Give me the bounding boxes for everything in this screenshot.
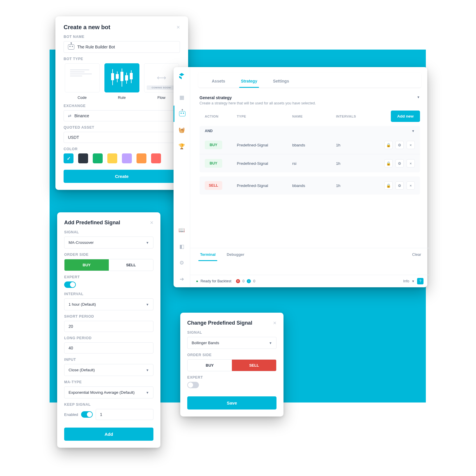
tab-strategy[interactable]: Strategy bbox=[239, 75, 259, 88]
matype-select[interactable]: Exponential Moving Average (Default)▼ bbox=[64, 386, 153, 398]
lock-icon[interactable]: 🔒 bbox=[384, 141, 393, 149]
save-button[interactable]: Save bbox=[187, 396, 276, 410]
interval-select[interactable]: 1 hour (Default)▼ bbox=[64, 298, 153, 310]
chevron-down-icon: ▼ bbox=[146, 303, 149, 306]
signal-select[interactable]: MA-Crossover▼ bbox=[64, 237, 153, 249]
clear-button[interactable]: Clear bbox=[412, 252, 421, 257]
error-badge-icon: ✕ bbox=[236, 279, 240, 283]
sidebar-dashboard-icon[interactable]: ▦ bbox=[174, 89, 190, 106]
delete-icon[interactable]: × bbox=[407, 141, 415, 149]
color-swatch[interactable] bbox=[93, 153, 103, 163]
and-group: AND ▼ BUY Predefined-Signal bbands 1h 🔒 … bbox=[200, 126, 420, 172]
col-type: TYPE bbox=[237, 115, 292, 118]
order-side-buy[interactable]: BUY bbox=[188, 360, 232, 371]
row-interval: 1h bbox=[336, 161, 371, 166]
add-new-button[interactable]: Add new bbox=[391, 111, 420, 122]
signal-select[interactable]: Bollinger Bands▼ bbox=[187, 337, 276, 349]
tab-debugger[interactable]: Debugger bbox=[225, 248, 246, 261]
row-type: Predefined-Signal bbox=[237, 183, 292, 188]
bot-type-label: BOT TYPE bbox=[64, 57, 180, 61]
keep-signal-value-input[interactable]: 1 bbox=[96, 409, 153, 420]
check-icon: ● bbox=[196, 279, 198, 283]
interval-value: 1 hour (Default) bbox=[69, 302, 96, 307]
long-period-value: 40 bbox=[69, 346, 73, 350]
sidebar-trophy-icon[interactable]: 🏆 bbox=[174, 138, 190, 155]
create-bot-title: Create a new bot bbox=[64, 24, 110, 31]
color-swatch[interactable] bbox=[151, 153, 161, 163]
sidebar-docs-icon[interactable]: 📖 bbox=[174, 222, 190, 238]
order-side-sell[interactable]: SELL bbox=[109, 259, 153, 271]
delete-icon[interactable]: × bbox=[407, 181, 415, 190]
svg-rect-7 bbox=[125, 76, 128, 80]
input-value: Close (Default) bbox=[69, 368, 95, 372]
short-period-input[interactable]: 20 bbox=[64, 321, 153, 332]
signal-value: MA-Crossover bbox=[69, 240, 94, 245]
tab-assets[interactable]: Assets bbox=[210, 75, 227, 88]
coming-soon-badge: COMING SOON! bbox=[147, 85, 176, 90]
col-intervals: INTERVALS bbox=[336, 115, 371, 118]
terminal-bar: Terminal Debugger Clear bbox=[190, 248, 429, 261]
info-label[interactable]: Info bbox=[403, 279, 409, 283]
tab-settings[interactable]: Settings bbox=[271, 75, 291, 88]
close-icon[interactable]: × bbox=[273, 320, 276, 326]
bot-type-rule[interactable] bbox=[104, 63, 139, 92]
tab-terminal[interactable]: Terminal bbox=[198, 248, 217, 261]
quoted-asset-input[interactable]: USDT bbox=[64, 132, 180, 143]
action-badge-sell: SELL bbox=[205, 181, 222, 190]
sidebar-settings-icon[interactable]: ⚙ bbox=[174, 255, 190, 271]
color-swatch[interactable] bbox=[107, 153, 117, 163]
close-icon[interactable]: × bbox=[176, 24, 180, 31]
color-swatch[interactable] bbox=[122, 153, 132, 163]
status-text: Ready for Backtest bbox=[201, 279, 232, 283]
expert-toggle[interactable] bbox=[64, 281, 76, 288]
gear-icon[interactable]: ⚙ bbox=[396, 181, 404, 190]
input-select[interactable]: Close (Default)▼ bbox=[64, 364, 153, 376]
chevron-down-icon: ▼ bbox=[146, 368, 149, 372]
row-type: Predefined-Signal bbox=[237, 161, 292, 166]
col-action: ACTION bbox=[205, 115, 237, 118]
lock-icon[interactable]: 🔒 bbox=[384, 181, 393, 190]
row-name: rsi bbox=[292, 161, 336, 166]
chevron-down-icon[interactable]: ▼ bbox=[412, 129, 415, 133]
sidebar-collapse-icon[interactable]: ➔ bbox=[174, 271, 190, 287]
expert-toggle[interactable] bbox=[187, 382, 199, 388]
color-label: COLOR bbox=[64, 147, 180, 151]
help-icon[interactable]: ? bbox=[417, 278, 424, 284]
bot-type-code[interactable] bbox=[65, 63, 100, 92]
keep-signal-toggle[interactable] bbox=[81, 411, 93, 418]
chevron-down-icon[interactable]: ▼ bbox=[417, 95, 420, 99]
sidebar-bots-icon[interactable] bbox=[174, 106, 190, 122]
enabled-label: Enabled bbox=[64, 412, 78, 417]
color-swatch[interactable] bbox=[136, 153, 146, 163]
bot-name-input[interactable]: The Rule Builder Bot bbox=[64, 41, 180, 53]
order-side-sell[interactable]: SELL bbox=[232, 360, 276, 371]
exchange-label: EXCHANGE bbox=[64, 104, 180, 108]
sidebar-marketplace-icon[interactable]: 🧺 bbox=[174, 122, 190, 138]
sidebar-discord-icon[interactable]: ◧ bbox=[174, 238, 190, 255]
long-period-input[interactable]: 40 bbox=[64, 342, 153, 354]
matype-value: Exponential Moving Average (Default) bbox=[69, 390, 134, 395]
add-button[interactable]: Add bbox=[64, 428, 153, 441]
delete-icon[interactable]: × bbox=[407, 159, 415, 167]
gear-icon[interactable]: ⚙ bbox=[396, 141, 404, 149]
info-count: 0 bbox=[253, 279, 255, 283]
add-signal-title: Add Predefined Signal bbox=[64, 220, 120, 226]
order-side-buy[interactable]: BUY bbox=[64, 259, 109, 271]
chevron-down-icon[interactable]: ▼ bbox=[412, 279, 415, 283]
general-strategy-title: General strategy bbox=[200, 95, 316, 100]
gear-icon[interactable]: ⚙ bbox=[396, 159, 404, 167]
quoted-asset-label: QUOTED ASSET bbox=[64, 125, 180, 130]
close-icon[interactable]: × bbox=[150, 219, 153, 226]
color-swatch[interactable] bbox=[78, 153, 88, 163]
svg-rect-1 bbox=[111, 74, 114, 80]
create-button[interactable]: Create bbox=[64, 170, 180, 183]
lock-icon[interactable]: 🔒 bbox=[384, 159, 393, 167]
sidebar: ▦ 🧺 🏆 📖 ◧ ⚙ ➔ bbox=[174, 67, 190, 287]
change-signal-panel: Change Predefined Signal × SIGNAL Bollin… bbox=[180, 313, 284, 416]
color-swatch[interactable] bbox=[64, 153, 74, 163]
sell-row-block: SELL Predefined-Signal bbands 1h 🔒 ⚙ × bbox=[200, 176, 420, 195]
exchange-value: Binance bbox=[74, 113, 89, 118]
status-bar: ● Ready for Backtest ✕ 0 i 0 Info ▼ ? bbox=[190, 275, 429, 287]
exchange-input[interactable]: ⇄ Binance bbox=[64, 110, 180, 121]
signal-label: SIGNAL bbox=[187, 330, 276, 335]
